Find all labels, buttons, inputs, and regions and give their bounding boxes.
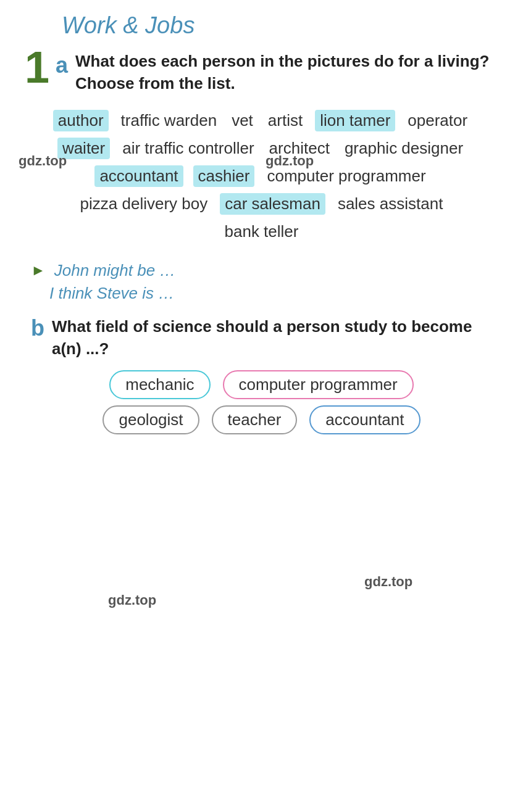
question-row-b: b What field of science should a person … bbox=[31, 315, 498, 360]
word-graphic-designer[interactable]: graphic designer bbox=[342, 138, 466, 159]
word-lion-tamer[interactable]: lion tamer bbox=[315, 110, 395, 131]
watermark-4: gdz.top bbox=[108, 592, 156, 608]
arrow-icon-1: ► bbox=[31, 262, 46, 279]
chip-mechanic[interactable]: mechanic bbox=[109, 370, 210, 399]
word-traffic-warden[interactable]: traffic warden bbox=[119, 110, 220, 131]
question-letter-a: a bbox=[56, 52, 68, 78]
bottom-chips-2: geologist teacher accountant bbox=[25, 405, 498, 434]
word-pizza-delivery-boy[interactable]: pizza delivery boy bbox=[78, 193, 211, 215]
example-line-1: John might be … bbox=[54, 261, 176, 280]
word-author[interactable]: author bbox=[53, 110, 109, 131]
watermark-2: gdz.top bbox=[266, 153, 314, 169]
word-vet[interactable]: vet bbox=[229, 110, 256, 131]
chip-computer-programmer[interactable]: computer programmer bbox=[223, 370, 414, 399]
bottom-chips: mechanic computer programmer bbox=[25, 370, 498, 399]
example-section: ► John might be … I think Steve is … bbox=[31, 261, 498, 303]
question-letter-b: b bbox=[31, 315, 44, 341]
example-line-2: I think Steve is … bbox=[49, 284, 174, 303]
word-bank-teller[interactable]: bank teller bbox=[222, 221, 301, 242]
page-title: Work & Jobs bbox=[62, 12, 498, 39]
watermark-1: gdz.top bbox=[19, 153, 67, 169]
word-cashier[interactable]: cashier bbox=[193, 165, 255, 187]
question-number: 1 bbox=[25, 45, 49, 89]
word-artist[interactable]: artist bbox=[266, 110, 305, 131]
word-cloud: author traffic warden vet artist lion ta… bbox=[25, 104, 498, 255]
word-car-salesman[interactable]: car salesman bbox=[220, 193, 325, 215]
chip-accountant[interactable]: accountant bbox=[309, 405, 420, 434]
question-text-a: What does each person in the pictures do… bbox=[75, 50, 498, 95]
word-accountant[interactable]: accountant bbox=[94, 165, 183, 187]
word-sales-assistant[interactable]: sales assistant bbox=[335, 193, 446, 215]
word-operator[interactable]: operator bbox=[405, 110, 470, 131]
watermark-3: gdz.top bbox=[364, 574, 412, 590]
chip-geologist[interactable]: geologist bbox=[103, 405, 199, 434]
chip-teacher[interactable]: teacher bbox=[212, 405, 298, 434]
word-air-traffic-controller[interactable]: air traffic controller bbox=[120, 138, 256, 159]
question-text-b: What field of science should a person st… bbox=[52, 315, 498, 360]
